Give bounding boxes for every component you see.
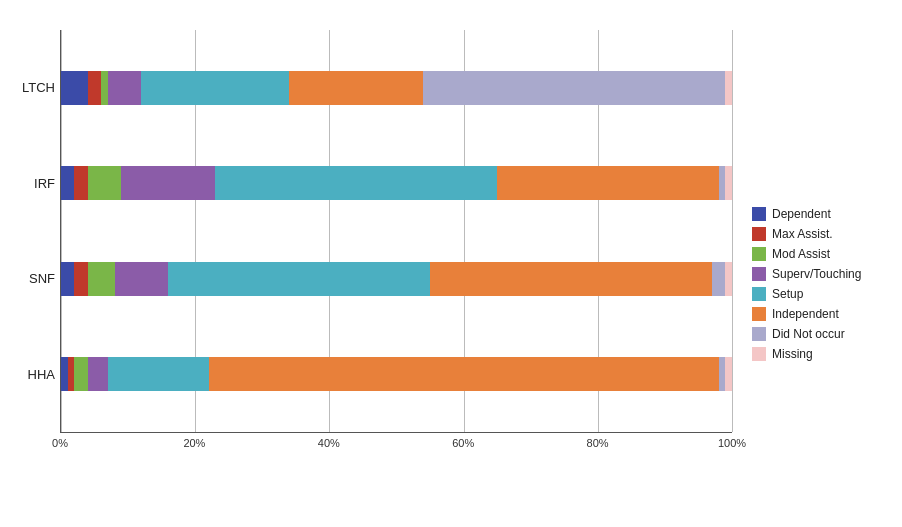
x-label-20%: 20% [183,437,205,449]
bar-segment-independent [289,71,423,105]
bar-segment-did-not-occur [712,262,725,296]
legend-label-superv-touching: Superv/Touching [772,267,861,281]
bar-label-ltch: LTCH [3,80,55,95]
bar-segment-missing [725,262,732,296]
bar-segment-dependent [61,357,68,391]
legend-item-mod-assist: Mod Assist [752,247,892,261]
legend: DependentMax Assist.Mod AssistSuperv/Tou… [732,147,892,361]
bar-label-snf: SNF [3,271,55,286]
bar-label-irf: IRF [3,176,55,191]
bar-track-irf [61,166,732,200]
bar-row-ltch: LTCH [61,62,732,114]
legend-item-independent: Independent [752,307,892,321]
bar-segment-setup [108,357,209,391]
bar-segment-did-not-occur [719,357,726,391]
bar-segment-max-assist- [74,166,87,200]
legend-item-max-assist-: Max Assist. [752,227,892,241]
bar-segment-setup [215,166,497,200]
legend-label-missing: Missing [772,347,813,361]
bar-row-irf: IRF [61,157,732,209]
legend-color-setup [752,287,766,301]
bar-segment-dependent [61,166,74,200]
x-label-80%: 80% [587,437,609,449]
legend-label-did-not-occur: Did Not occur [772,327,845,341]
bar-segment-superv-touching [88,357,108,391]
bar-segment-did-not-occur [423,71,725,105]
bar-segment-mod-assist [74,357,87,391]
bar-segment-mod-assist [88,262,115,296]
bar-segment-did-not-occur [719,166,726,200]
bar-segment-max-assist- [74,262,87,296]
legend-color-independent [752,307,766,321]
legend-color-dependent [752,207,766,221]
legend-label-max-assist-: Max Assist. [772,227,833,241]
legend-item-setup: Setup [752,287,892,301]
x-axis-labels: 0%20%40%60%80%100% [60,437,732,457]
x-label-60%: 60% [452,437,474,449]
bar-segment-missing [725,166,732,200]
bar-segment-independent [209,357,719,391]
bar-segment-missing [725,357,732,391]
legend-item-missing: Missing [752,347,892,361]
legend-label-mod-assist: Mod Assist [772,247,830,261]
legend-label-dependent: Dependent [772,207,831,221]
x-label-0%: 0% [52,437,68,449]
bar-label-hha: HHA [3,367,55,382]
bar-row-hha: HHA [61,348,732,400]
legend-color-did-not-occur [752,327,766,341]
bar-segment-max-assist- [88,71,101,105]
legend-item-superv-touching: Superv/Touching [752,267,892,281]
chart-area: LTCHIRFSNFHHA 0%20%40%60%80%100% [60,20,732,487]
bars-area: LTCHIRFSNFHHA [61,30,732,432]
legend-label-independent: Independent [772,307,839,321]
bar-segment-superv-touching [108,71,142,105]
x-label-100%: 100% [718,437,746,449]
legend-color-missing [752,347,766,361]
bar-segment-independent [430,262,712,296]
bar-segment-setup [168,262,430,296]
legend-item-dependent: Dependent [752,207,892,221]
bar-segment-max-assist- [68,357,75,391]
bar-segment-dependent [61,262,74,296]
bar-segment-mod-assist [101,71,108,105]
bar-segment-superv-touching [121,166,215,200]
bar-segment-superv-touching [115,262,169,296]
bar-segment-dependent [61,71,88,105]
legend-color-superv-touching [752,267,766,281]
legend-color-mod-assist [752,247,766,261]
x-label-40%: 40% [318,437,340,449]
bar-segment-independent [497,166,718,200]
legend-label-setup: Setup [772,287,803,301]
bar-track-hha [61,357,732,391]
bar-track-ltch [61,71,732,105]
bar-segment-missing [725,71,732,105]
legend-color-max-assist- [752,227,766,241]
grid-line-100 [732,30,733,432]
bar-segment-mod-assist [88,166,122,200]
bar-segment-setup [141,71,289,105]
legend-item-did-not-occur: Did Not occur [752,327,892,341]
bar-row-snf: SNF [61,253,732,305]
chart-inner: LTCHIRFSNFHHA [60,30,732,433]
chart-container: LTCHIRFSNFHHA 0%20%40%60%80%100% Depende… [0,0,902,527]
bar-track-snf [61,262,732,296]
